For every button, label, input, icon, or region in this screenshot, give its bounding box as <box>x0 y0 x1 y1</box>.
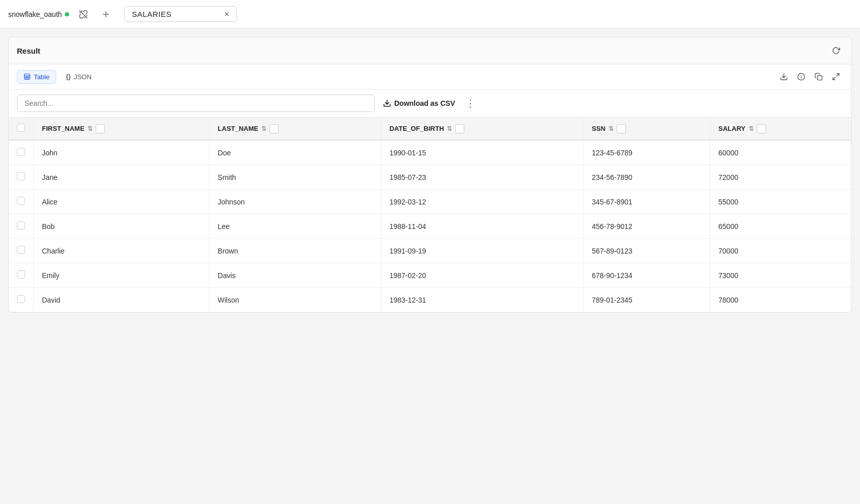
filter-salary[interactable] <box>757 124 766 133</box>
header-row: FIRST_NAME ⇅ LAST_NAME ⇅ <box>9 118 851 140</box>
more-options-button[interactable]: ⋮ <box>463 96 478 110</box>
row-checkbox-cell <box>9 190 34 214</box>
row-checkbox-5[interactable] <box>17 270 25 279</box>
row-checkbox-6[interactable] <box>17 295 25 303</box>
row-checkbox-cell <box>9 140 34 165</box>
tab-table[interactable]: Table <box>17 70 56 84</box>
cell-ssn: 789-01-2345 <box>583 288 710 312</box>
cell-last-name: Wilson <box>209 288 381 312</box>
sort-icon-first-name[interactable]: ⇅ <box>87 125 93 132</box>
view-tabs-row: Table {} JSON <box>9 64 851 89</box>
svg-rect-16 <box>818 76 822 80</box>
row-checkbox-0[interactable] <box>17 148 25 156</box>
select-all-checkbox[interactable] <box>17 124 25 132</box>
info-button[interactable] <box>794 70 808 84</box>
cell-first-name: Charlie <box>34 239 210 263</box>
table-row: Jane Smith 1985-07-23 234-56-7890 72000 <box>9 165 851 190</box>
expand-button[interactable] <box>829 70 843 84</box>
result-header: Result <box>9 37 851 64</box>
col-label-dob: DATE_OF_BIRTH <box>390 125 444 132</box>
refresh-icon <box>832 47 840 55</box>
download-icon-button[interactable] <box>777 70 791 84</box>
result-title: Result <box>17 47 40 55</box>
tab-label: SALARIES <box>132 10 219 18</box>
table-row: John Doe 1990-01-15 123-45-6789 60000 <box>9 140 851 165</box>
copy-button[interactable] <box>811 70 826 84</box>
table-header: FIRST_NAME ⇅ LAST_NAME ⇅ <box>9 118 851 140</box>
col-header-salary: SALARY ⇅ <box>710 118 851 140</box>
row-checkbox-3[interactable] <box>17 221 25 230</box>
cell-dob: 1991-09-19 <box>381 239 583 263</box>
cell-last-name: Doe <box>209 140 381 165</box>
cell-salary: 55000 <box>710 190 851 214</box>
result-panel: Result Table {} JSON <box>8 37 852 313</box>
cell-last-name: Davis <box>209 263 381 288</box>
col-label-last-name: LAST_NAME <box>218 125 258 132</box>
select-all-header <box>9 118 34 140</box>
col-header-ssn: SSN ⇅ <box>583 118 710 140</box>
data-table: FIRST_NAME ⇅ LAST_NAME ⇅ <box>9 118 851 312</box>
cell-dob: 1992-03-12 <box>381 190 583 214</box>
cell-first-name: Bob <box>34 214 210 239</box>
cell-first-name: John <box>34 140 210 165</box>
sort-icon-last-name[interactable]: ⇅ <box>261 125 266 132</box>
svg-line-17 <box>836 74 839 76</box>
cell-ssn: 345-67-8901 <box>583 190 710 214</box>
cell-last-name: Smith <box>209 165 381 190</box>
table-row: Emily Davis 1987-02-20 678-90-1234 73000 <box>9 263 851 288</box>
tab-close-button[interactable]: × <box>224 10 229 18</box>
salaries-tab[interactable]: SALARIES × <box>124 6 237 22</box>
sort-icon-ssn[interactable]: ⇅ <box>608 125 614 132</box>
cell-salary: 78000 <box>710 288 851 312</box>
view-tab-group: Table {} JSON <box>17 70 98 84</box>
svg-rect-7 <box>25 74 30 80</box>
sort-icon-salary[interactable]: ⇅ <box>749 125 754 132</box>
cell-dob: 1983-12-31 <box>381 288 583 312</box>
search-input[interactable] <box>17 95 375 112</box>
download-csv-button[interactable]: Download as CSV <box>383 99 455 107</box>
data-table-wrap: FIRST_NAME ⇅ LAST_NAME ⇅ <box>9 118 851 312</box>
table-icon <box>24 73 31 80</box>
plus-icon <box>101 10 110 19</box>
cell-dob: 1985-07-23 <box>381 165 583 190</box>
filter-last-name[interactable] <box>269 124 279 133</box>
download-csv-label: Download as CSV <box>394 99 455 107</box>
link-off-button[interactable] <box>75 6 92 22</box>
cell-ssn: 678-90-1234 <box>583 263 710 288</box>
search-input-wrap <box>17 95 375 112</box>
link-off-icon <box>79 10 88 19</box>
filter-first-name[interactable] <box>96 124 105 133</box>
row-checkbox-cell <box>9 263 34 288</box>
filter-ssn[interactable] <box>617 124 626 133</box>
json-icon: {} <box>66 73 71 80</box>
cell-ssn: 567-89-0123 <box>583 239 710 263</box>
row-checkbox-2[interactable] <box>17 197 25 205</box>
row-checkbox-4[interactable] <box>17 246 25 254</box>
cell-first-name: Emily <box>34 263 210 288</box>
cell-first-name: Alice <box>34 190 210 214</box>
cell-dob: 1988-11-04 <box>381 214 583 239</box>
cell-salary: 72000 <box>710 165 851 190</box>
filter-dob[interactable] <box>455 124 464 133</box>
cell-first-name: David <box>34 288 210 312</box>
connection-status-dot <box>65 12 69 16</box>
sort-icon-dob[interactable]: ⇅ <box>447 125 452 132</box>
topbar: snowflake_oauth SALARIES × <box>0 0 860 29</box>
download-csv-icon <box>383 99 391 107</box>
row-checkbox-cell <box>9 239 34 263</box>
cell-last-name: Lee <box>209 214 381 239</box>
tab-json[interactable]: {} JSON <box>59 70 98 84</box>
tab-json-label: JSON <box>74 73 92 81</box>
refresh-button[interactable] <box>829 43 843 58</box>
view-tab-action-icons <box>777 70 843 84</box>
connection-name-text: snowflake_oauth <box>8 10 62 18</box>
row-checkbox-cell <box>9 165 34 190</box>
cell-salary: 65000 <box>710 214 851 239</box>
cell-first-name: Jane <box>34 165 210 190</box>
col-header-first-name: FIRST_NAME ⇅ <box>34 118 210 140</box>
row-checkbox-1[interactable] <box>17 172 25 180</box>
cell-salary: 70000 <box>710 239 851 263</box>
add-tab-button[interactable] <box>98 6 114 22</box>
download-icon <box>780 73 788 81</box>
connection-label: snowflake_oauth <box>8 10 69 18</box>
